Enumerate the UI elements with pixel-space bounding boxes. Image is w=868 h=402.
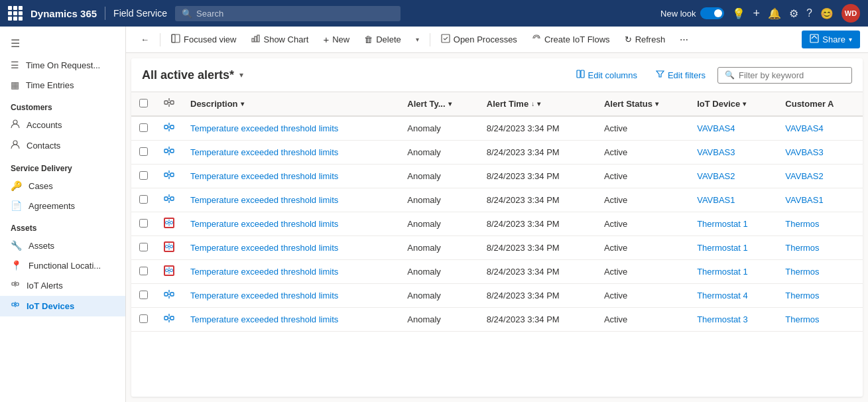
open-processes-button[interactable]: Open Processes xyxy=(434,31,524,48)
create-iot-flows-button[interactable]: Create IoT Flows xyxy=(525,31,617,48)
customer-link[interactable]: Thermos xyxy=(785,291,819,301)
sidebar-item-cases[interactable]: 🔑 Cases xyxy=(0,176,125,196)
customer-link[interactable]: VAVBAS2 xyxy=(785,171,823,181)
dropdown-arrow-button[interactable]: ▾ xyxy=(409,33,426,46)
contacts-icon xyxy=(11,140,20,151)
description-link[interactable]: Temperature exceeded threshold limits xyxy=(190,291,338,301)
avatar[interactable]: WD xyxy=(841,4,860,23)
row-checkbox[interactable] xyxy=(139,243,148,251)
description-link[interactable]: Temperature exceeded threshold limits xyxy=(190,243,338,253)
row-checkbox[interactable] xyxy=(139,219,148,228)
iot-device-link[interactable]: VAVBAS2 xyxy=(697,171,735,181)
sidebar-item-time-on-request[interactable]: ☰ Time On Request... xyxy=(0,55,125,75)
description-link[interactable]: Temperature exceeded threshold limits xyxy=(190,195,338,205)
row-customer: Thermos xyxy=(777,260,863,284)
plus-icon[interactable]: + xyxy=(753,7,761,21)
sidebar-item-accounts[interactable]: Accounts xyxy=(0,115,125,135)
customer-link[interactable]: VAVBAS3 xyxy=(785,147,823,157)
customer-link[interactable]: Thermos xyxy=(785,314,819,324)
customer-link[interactable]: Thermos xyxy=(785,267,819,277)
customer-link[interactable]: VAVBAS1 xyxy=(785,195,823,205)
app-grid-icon[interactable] xyxy=(8,6,23,21)
sidebar-item-label: Accounts xyxy=(27,120,62,130)
iot-device-link[interactable]: Thermostat 1 xyxy=(697,219,748,229)
row-checkbox[interactable] xyxy=(139,314,148,323)
nav-brand[interactable]: Dynamics 365 xyxy=(31,8,97,19)
alert-time-sort[interactable]: Alert Time ↓ ▾ xyxy=(487,99,540,109)
sidebar-item-assets[interactable]: 🔧 Assets xyxy=(0,235,125,255)
row-checkbox[interactable] xyxy=(139,267,148,275)
table-row: Temperature exceeded threshold limitsAno… xyxy=(131,260,863,284)
row-iot-device: Thermostat 1 xyxy=(689,212,777,236)
focused-view-button[interactable]: Focused view xyxy=(164,31,243,48)
bell-icon[interactable]: 🔔 xyxy=(768,7,781,20)
alert-status-sort[interactable]: Alert Status ▾ xyxy=(604,99,658,109)
sidebar-item-iot-devices[interactable]: IoT Devices xyxy=(0,296,125,316)
description-link[interactable]: Temperature exceeded threshold limits xyxy=(190,314,338,324)
customer-link[interactable]: VAVBAS4 xyxy=(785,123,823,133)
sidebar-item-agreements[interactable]: 📄 Agreements xyxy=(0,196,125,216)
header-alert-type[interactable]: Alert Ty... ▾ xyxy=(399,92,479,116)
back-button[interactable]: ← xyxy=(134,31,156,48)
list-title-chevron-icon[interactable]: ▾ xyxy=(239,70,243,80)
nav-module[interactable]: Field Service xyxy=(113,8,167,19)
more-options-button[interactable]: ⋯ xyxy=(673,31,695,48)
iot-device-sort[interactable]: IoT Device ▾ xyxy=(697,99,746,109)
row-checkbox[interactable] xyxy=(139,147,148,156)
lightbulb-icon[interactable]: 💡 xyxy=(732,7,745,20)
edit-filters-button[interactable]: Edit filters xyxy=(649,66,712,84)
new-button[interactable]: + New xyxy=(316,31,356,48)
header-description[interactable]: Description ▾ xyxy=(182,92,399,116)
iot-device-link[interactable]: Thermostat 4 xyxy=(697,291,748,301)
share-button[interactable]: Share ▾ xyxy=(802,31,860,48)
data-table: Description ▾ Alert Ty... ▾ Alert Time ↓… xyxy=(131,92,863,332)
edit-columns-icon xyxy=(576,70,585,80)
sort-arrow-icon: ▾ xyxy=(537,100,540,107)
header-alert-status[interactable]: Alert Status ▾ xyxy=(596,92,689,116)
search-input[interactable] xyxy=(196,9,394,19)
description-link[interactable]: Temperature exceeded threshold limits xyxy=(190,219,338,229)
alert-type-sort[interactable]: Alert Ty... ▾ xyxy=(407,99,451,109)
iot-device-link[interactable]: VAVBAS3 xyxy=(697,147,735,157)
help-icon[interactable]: ? xyxy=(806,7,812,19)
sidebar-item-functional-locations[interactable]: 📍 Functional Locati... xyxy=(0,255,125,275)
row-icon-highlighted xyxy=(164,265,174,276)
iot-device-link[interactable]: Thermostat 3 xyxy=(697,314,748,324)
header-alert-time[interactable]: Alert Time ↓ ▾ xyxy=(479,92,596,116)
row-checkbox[interactable] xyxy=(139,291,148,299)
delete-button[interactable]: 🗑 Delete xyxy=(357,31,408,48)
iot-device-link[interactable]: Thermostat 1 xyxy=(697,243,748,253)
table-row: Temperature exceeded threshold limitsAno… xyxy=(131,236,863,260)
customer-link[interactable]: Thermos xyxy=(785,243,819,253)
iot-device-link[interactable]: VAVBAS1 xyxy=(697,195,735,205)
customer-link[interactable]: Thermos xyxy=(785,219,819,229)
row-checkbox[interactable] xyxy=(139,195,148,204)
row-checkbox[interactable] xyxy=(139,123,148,132)
select-all-checkbox[interactable] xyxy=(139,99,148,107)
refresh-button[interactable]: ↻ Refresh xyxy=(618,31,672,48)
sidebar-item-time-entries[interactable]: ▦ Time Entries xyxy=(0,75,125,95)
description-link[interactable]: Temperature exceeded threshold limits xyxy=(190,147,338,157)
user-icon[interactable]: 😊 xyxy=(820,7,834,20)
description-link[interactable]: Temperature exceeded threshold limits xyxy=(190,171,338,181)
iot-device-link[interactable]: VAVBAS4 xyxy=(697,123,735,133)
filter-keyword-input[interactable] xyxy=(739,70,845,80)
row-checkbox-cell xyxy=(131,188,156,212)
show-chart-button[interactable]: Show Chart xyxy=(244,31,315,48)
sidebar-item-contacts[interactable]: Contacts xyxy=(0,135,125,156)
sidebar-hamburger[interactable]: ☰ xyxy=(0,32,125,55)
table-row: Temperature exceeded threshold limitsAno… xyxy=(131,116,863,141)
description-sort[interactable]: Description ▾ xyxy=(190,99,244,109)
new-look-switch[interactable] xyxy=(700,7,724,19)
description-link[interactable]: Temperature exceeded threshold limits xyxy=(190,267,338,277)
settings-icon[interactable]: ⚙ xyxy=(789,7,798,20)
sidebar-item-iot-alerts[interactable]: IoT Alerts xyxy=(0,275,125,296)
description-link[interactable]: Temperature exceeded threshold limits xyxy=(190,123,338,133)
svg-rect-20 xyxy=(581,70,584,78)
time-request-icon: ☰ xyxy=(11,60,19,70)
header-iot-device[interactable]: IoT Device ▾ xyxy=(689,92,777,116)
row-customer: Thermos xyxy=(777,212,863,236)
row-checkbox[interactable] xyxy=(139,171,148,180)
iot-device-link[interactable]: Thermostat 1 xyxy=(697,267,748,277)
edit-columns-button[interactable]: Edit columns xyxy=(570,66,644,84)
